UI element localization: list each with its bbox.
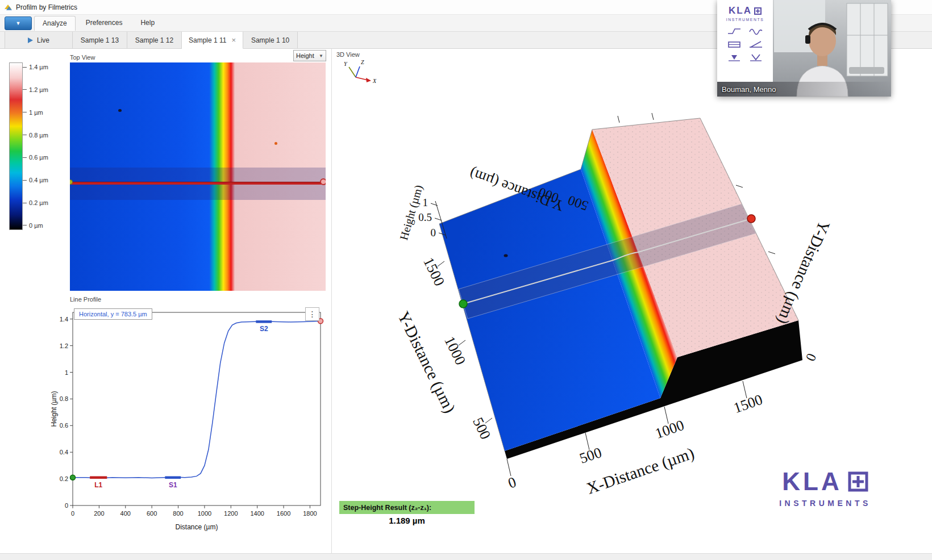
profile-annotation: Horizontal, y = 783.5 µm bbox=[74, 308, 152, 320]
y-tick-label: 1.2 bbox=[60, 342, 68, 349]
scale-tick-mark bbox=[23, 135, 27, 135]
y-tick-label: 0.2 bbox=[60, 475, 68, 482]
profile-end-ball[interactable] bbox=[747, 215, 755, 223]
chevron-down-icon: ▼ bbox=[16, 20, 21, 26]
line-profile-chart[interactable]: 02004006008001000120014001600180000.20.4… bbox=[50, 304, 327, 533]
valley-marker-icon[interactable] bbox=[748, 53, 763, 62]
height-mode-dropdown[interactable]: Height ▼ bbox=[293, 50, 326, 61]
color-scale-label: 1 µm bbox=[23, 109, 43, 116]
tab-live[interactable]: Live bbox=[5, 32, 73, 48]
chevron-down-icon: ▼ bbox=[319, 53, 323, 58]
triad-x-label: X bbox=[372, 78, 377, 84]
y-tick: 1500 bbox=[420, 255, 448, 289]
line-profile-title: Line Profile bbox=[70, 296, 101, 303]
x-axis-label: Distance (µm) bbox=[176, 523, 218, 531]
x-tick-label: 1200 bbox=[224, 510, 238, 517]
y-axis-label: Y-Distance (µm) bbox=[394, 308, 459, 416]
close-tab-icon[interactable]: × bbox=[232, 36, 236, 44]
stage-grid-icon[interactable] bbox=[727, 40, 742, 49]
z-tick: 0 bbox=[431, 227, 436, 239]
triad-z-label: Z bbox=[361, 59, 364, 65]
color-scale-label: 0.6 µm bbox=[23, 154, 48, 161]
tab-sample-1-11[interactable]: Sample 1 11 × bbox=[182, 32, 243, 49]
y-tick-label: 0.4 bbox=[60, 449, 68, 455]
y-tick-label: 0 bbox=[65, 502, 68, 509]
tab-sample-1-10[interactable]: Sample 1 10 bbox=[243, 32, 298, 48]
chart-menu-button[interactable]: ⋮ bbox=[305, 307, 319, 321]
y-tick-label: 1 bbox=[65, 369, 68, 376]
x-tick-label: 1400 bbox=[250, 510, 264, 517]
kla-plus-icon bbox=[754, 7, 762, 15]
x-tick-label: 400 bbox=[120, 510, 131, 517]
panel-divider bbox=[331, 49, 332, 553]
color-scale-label: 0.2 µm bbox=[23, 199, 48, 206]
tab-label: Sample 1 10 bbox=[251, 36, 289, 44]
tab-sample-1-12[interactable]: Sample 1 12 bbox=[127, 32, 182, 48]
color-scale-label: 0.4 µm bbox=[23, 177, 48, 183]
y-tick-label: 0.6 bbox=[60, 422, 68, 429]
play-icon bbox=[28, 37, 33, 43]
y-tick: 1000 bbox=[441, 334, 469, 367]
profile-start-ball[interactable] bbox=[459, 300, 467, 308]
x-tick: 500 bbox=[577, 444, 604, 467]
menu-analyze[interactable]: Analyze bbox=[34, 16, 76, 31]
top-view-title: Top View bbox=[70, 54, 95, 61]
menu-help[interactable]: Help bbox=[132, 16, 163, 30]
color-scale-label: 1.4 µm bbox=[23, 64, 48, 70]
horizontal-scrollbar[interactable] bbox=[0, 553, 932, 560]
file-menu-button[interactable]: ▼ bbox=[5, 16, 32, 30]
z-tick: 1 bbox=[423, 197, 428, 208]
x-tick: 0 bbox=[506, 474, 518, 492]
color-scale-label: 1.2 µm bbox=[23, 86, 48, 93]
surface-defect-dot bbox=[504, 254, 508, 257]
scale-tick-mark bbox=[23, 157, 27, 158]
x-tick: 1000 bbox=[653, 417, 686, 442]
scale-tick-mark bbox=[23, 203, 27, 203]
tab-label: Sample 1 12 bbox=[135, 36, 173, 44]
x-tick-label: 0 bbox=[71, 510, 74, 517]
color-scale-labels: 1.4 µm1.2 µm1 µm0.8 µm0.6 µm0.4 µm0.2 µm… bbox=[23, 62, 63, 230]
scale-tick-mark bbox=[23, 67, 27, 68]
tab-sample-1-13[interactable]: Sample 1 13 bbox=[73, 32, 127, 48]
surface-defect-dot bbox=[118, 109, 122, 112]
x-tick-label: 1600 bbox=[277, 510, 290, 517]
profile-endpoint-left[interactable] bbox=[70, 475, 76, 480]
x-tick-label: 800 bbox=[173, 510, 183, 517]
tab-label: Sample 1 11 bbox=[189, 36, 227, 44]
color-scale-bar bbox=[9, 62, 23, 230]
x-tick-label: 200 bbox=[94, 510, 104, 517]
tab-label: Live bbox=[37, 36, 49, 44]
peak-marker-icon[interactable] bbox=[727, 53, 742, 62]
y-tick-label: 1.4 bbox=[60, 316, 68, 323]
color-scale-label: 0.8 µm bbox=[23, 132, 48, 139]
x-tick-label: 1800 bbox=[303, 510, 317, 517]
step-height-result-value: 1.189 µm bbox=[339, 516, 475, 525]
step-height-result-label: Step-Height Result (z₂-z₁): bbox=[339, 501, 475, 514]
orientation-triad[interactable]: X Y Z bbox=[344, 59, 377, 84]
height-mode-value: Height bbox=[296, 52, 314, 59]
tab-label: Sample 1 13 bbox=[81, 36, 119, 44]
webcam-brand-sub: INSTRUMENTS bbox=[717, 18, 773, 22]
profile-end-handle[interactable] bbox=[320, 178, 326, 185]
angle-measure-icon[interactable] bbox=[748, 40, 763, 49]
scale-tick-mark bbox=[23, 225, 27, 225]
scale-tick-mark bbox=[23, 89, 27, 90]
webcam-brand-name: KLA bbox=[729, 5, 752, 16]
window-title: Profilm by Filmetrics bbox=[16, 3, 77, 11]
cursor-label-S2: S2 bbox=[260, 325, 268, 333]
webcam-overlay[interactable]: KLA INSTRUMENTS Bouman, Menno bbox=[717, 0, 891, 97]
menu-preferences[interactable]: Preferences bbox=[78, 16, 131, 30]
x-tick: 1500 bbox=[731, 391, 765, 416]
top-view-heatmap[interactable] bbox=[70, 62, 326, 291]
waviness-icon[interactable] bbox=[748, 27, 763, 36]
profile-line-marker[interactable] bbox=[70, 182, 326, 185]
y-tick-label: 0.8 bbox=[60, 395, 68, 402]
y-tick: 500 bbox=[469, 415, 494, 442]
cursor-label-S1: S1 bbox=[169, 481, 177, 489]
kla-logo-sub: INSTRUMENTS bbox=[774, 499, 876, 508]
y-right-tick: 0 bbox=[803, 352, 819, 363]
y-axis-right-label: Y-Distance (µm) bbox=[773, 218, 834, 327]
scale-tick-mark bbox=[23, 180, 27, 181]
step-profile-icon[interactable] bbox=[727, 27, 742, 36]
color-scale-label: 0 µm bbox=[23, 222, 43, 229]
